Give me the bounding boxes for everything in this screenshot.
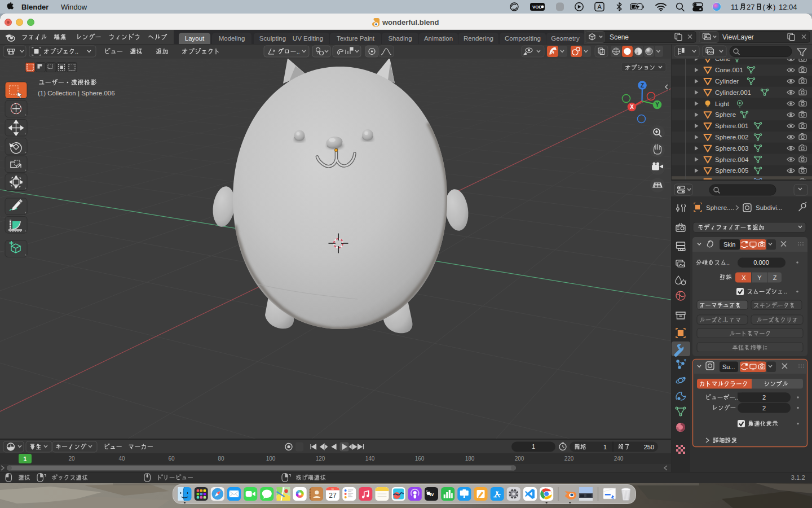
svg-text:3.1.2: 3.1.2 <box>791 474 805 481</box>
svg-text:80: 80 <box>218 456 224 462</box>
svg-text:Sphere.004: Sphere.004 <box>715 156 749 163</box>
svg-text:60: 60 <box>168 456 175 462</box>
svg-text:..: .. <box>75 48 78 55</box>
svg-text:120: 120 <box>316 456 325 462</box>
svg-text:Cone.001: Cone.001 <box>715 67 743 73</box>
svg-text:..: .. <box>726 259 730 266</box>
svg-text:140: 140 <box>365 456 375 462</box>
svg-text:180: 180 <box>465 456 475 462</box>
svg-text:2: 2 <box>762 394 766 401</box>
svg-text:Sphere.002: Sphere.002 <box>715 134 748 141</box>
svg-text:Skin: Skin <box>723 241 735 248</box>
svg-text:ViewLayer: ViewLayer <box>722 33 754 41</box>
svg-text:..: .. <box>722 301 726 308</box>
svg-text:Scene: Scene <box>610 33 629 41</box>
svg-text:(: ( <box>763 3 766 11</box>
svg-text:): ) <box>773 3 775 11</box>
svg-text:27: 27 <box>329 492 337 500</box>
svg-text:Sphere....: Sphere.... <box>706 204 734 211</box>
svg-text:Subdivi...: Subdivi... <box>756 204 782 211</box>
svg-text:240: 240 <box>614 456 624 462</box>
svg-text:40: 40 <box>118 456 125 462</box>
svg-text:X: X <box>742 274 746 281</box>
svg-text:Y: Y <box>757 274 762 281</box>
svg-text:20: 20 <box>68 456 75 462</box>
svg-text:Sphere.005: Sphere.005 <box>715 167 748 174</box>
svg-text:Cylinder.001: Cylinder.001 <box>715 89 751 96</box>
svg-text:Cylinder: Cylinder <box>715 78 739 85</box>
svg-text:Z: Z <box>641 82 644 89</box>
svg-text:250: 250 <box>644 444 654 450</box>
svg-text:..: .. <box>297 49 300 55</box>
svg-text:Z: Z <box>773 274 777 281</box>
svg-text:11: 11 <box>731 3 739 11</box>
svg-text:100: 100 <box>266 456 276 462</box>
svg-text:160: 160 <box>415 456 425 462</box>
svg-text:..: .. <box>784 288 787 295</box>
svg-text:27: 27 <box>747 3 754 11</box>
svg-text:12:04: 12:04 <box>779 3 797 11</box>
svg-text:wonderful.blend: wonderful.blend <box>382 18 439 27</box>
svg-text:Sphere.003: Sphere.003 <box>715 145 748 152</box>
svg-text:1: 1 <box>532 443 535 450</box>
svg-text:..: .. <box>776 301 780 308</box>
svg-text:200: 200 <box>515 456 524 462</box>
svg-text:0.000: 0.000 <box>753 259 769 266</box>
svg-text:..: .. <box>722 316 726 323</box>
svg-text:(1) Collection | Sphere.006: (1) Collection | Sphere.006 <box>38 90 115 97</box>
svg-text:X: X <box>630 104 634 110</box>
svg-text:11: 11 <box>332 488 334 491</box>
svg-text:Cone: Cone <box>715 59 731 62</box>
svg-text:220: 220 <box>564 456 574 462</box>
svg-text:1: 1 <box>603 444 607 450</box>
svg-text:Y: Y <box>655 102 659 108</box>
svg-text:Light: Light <box>715 100 730 107</box>
svg-text:Su...: Su... <box>722 364 735 370</box>
svg-text:Sphere.001: Sphere.001 <box>715 122 748 129</box>
svg-text:1: 1 <box>24 456 27 462</box>
svg-text:Sphere: Sphere <box>715 111 736 118</box>
svg-text:2: 2 <box>762 405 766 411</box>
